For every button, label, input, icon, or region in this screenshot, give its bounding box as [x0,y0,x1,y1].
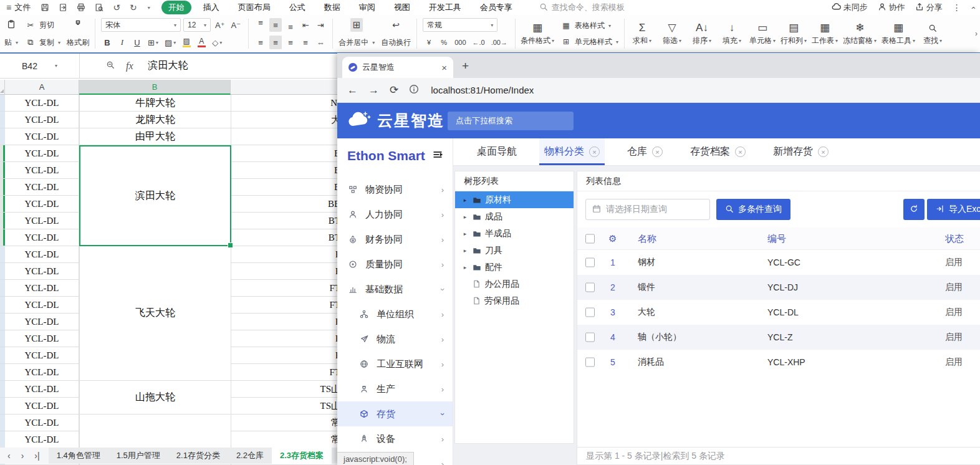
row-header[interactable] [0,280,5,296]
cell-c[interactable]: BB [231,196,340,212]
tab-close-icon[interactable]: × [735,146,746,157]
print-preview-icon[interactable] [95,3,103,12]
column-header-status[interactable]: 状态 [945,232,964,244]
menu-tab-页面布局[interactable]: 页面布局 [231,1,277,14]
tree-item-原材料[interactable]: ▸原材料 [455,191,574,208]
tab-存货档案[interactable]: 存货档案× [685,138,751,165]
cell-c[interactable]: 常 [231,431,340,448]
wrap-text-button[interactable]: ↩ 自动换行 [378,17,414,50]
number-tool-%[interactable]: % [438,36,450,49]
row-header[interactable] [0,398,5,414]
cell-style-button[interactable]: ⊞单元格样式▾ [560,35,618,49]
number-tool-¥[interactable]: ¥ [423,36,435,49]
name-box-dropdown-icon[interactable]: ▾ [55,63,57,69]
shading-button[interactable]: ▨▾ [163,36,178,49]
site-info-icon[interactable] [409,84,419,97]
cut-button[interactable]: ✂剪切 [24,17,60,33]
cell-a[interactable]: YCL-DL [5,162,79,178]
tab-close-icon[interactable]: × [652,146,663,157]
redo-icon[interactable]: ↻ [130,2,137,12]
row-checkbox[interactable] [585,358,595,367]
tree-item-刀具[interactable]: ▸刀具 [455,242,574,259]
menu-tab-开发工具[interactable]: 开发工具 [422,1,468,14]
number-tool-←.0[interactable]: ←.0 [471,36,487,49]
column-header-code[interactable]: 编号 [767,232,786,244]
paste-button[interactable]: 贴▾ [1,17,21,50]
cell-a[interactable]: YCL-DL [5,229,79,246]
cell-a[interactable]: YCL-DL [5,112,79,128]
cell-a[interactable]: YCL-DL [5,179,79,195]
cell-b-merged[interactable]: 山拖大轮 [79,381,231,415]
forward-icon[interactable]: → [368,84,379,97]
menu-tab-视图[interactable]: 视图 [387,1,417,14]
menu-tab-开始[interactable]: 开始 [161,1,191,14]
command-search[interactable]: 查找命令、搜索模板 [539,2,625,13]
row-header[interactable] [0,364,5,380]
行和列-button[interactable]: ▤行和列▾ [778,17,809,50]
new-tab-icon[interactable]: + [462,59,469,73]
row-header[interactable] [0,330,5,347]
align-right-icon[interactable]: ≡ [284,36,297,49]
cell-c[interactable]: F [231,330,340,347]
tab-close-icon[interactable]: × [818,146,829,157]
sidebar-item-设备[interactable]: 设备› [337,426,453,451]
cell-c[interactable]: TS山 [231,381,340,397]
reload-icon[interactable]: ⟳ [390,84,398,97]
table-row[interactable]: 5消耗品YCL-XHP启用 [577,350,980,375]
font-family-select[interactable]: 宋体▾ [101,18,181,32]
cell-a[interactable]: YCL-DL [5,263,79,279]
borders-button[interactable]: ⊞▾ [146,36,160,49]
table-row[interactable]: 3大轮YCL-DL启用 [577,300,980,325]
row-header[interactable] [0,179,5,195]
tree-item-办公用品[interactable]: 办公用品 [455,276,574,292]
column-header-b[interactable]: B [79,80,231,95]
number-format-select[interactable]: 常规▾ [423,18,497,32]
sidebar-item-人力协同[interactable]: 人力协同› [337,202,453,227]
筛选-button[interactable]: ▽筛选▾ [657,17,687,50]
italic-button[interactable]: I [116,36,128,49]
export-icon[interactable] [59,3,67,12]
gear-icon[interactable]: ⚙ [608,233,617,244]
menu-tab-审阅[interactable]: 审阅 [352,1,382,14]
表格工具-button[interactable]: ▦表格工具▾ [879,17,918,50]
row-header[interactable] [0,415,5,431]
underline-button[interactable]: U [131,36,143,49]
sheet-tab-1.4角色管理[interactable]: 1.4角色管理 [49,448,108,464]
increase-indent-icon[interactable]: ⇥ [314,18,327,32]
save-icon[interactable] [41,3,49,12]
fx-button[interactable]: fx [126,60,133,72]
menu-tab-公式[interactable]: 公式 [282,1,312,14]
row-header[interactable] [0,145,5,161]
tree-item-半成品[interactable]: ▸半成品 [455,225,574,242]
cell-a[interactable]: YCL-DL [5,398,79,414]
冻结窗格-button[interactable]: ❄冻结窗格▾ [840,17,879,50]
sidebar-item-财务协同[interactable]: 财务协同› [337,227,453,252]
menu-tab-插入[interactable]: 插入 [196,1,226,14]
cell-a[interactable]: YCL-DL [5,330,79,347]
table-row[interactable]: 4轴（小轮）YCL-Z启用 [577,325,980,350]
share-button[interactable]: 分享 [915,2,943,13]
cell-a[interactable]: YCL-DL [5,415,79,431]
cell-a[interactable]: YCL-DL [5,145,79,161]
cell-a[interactable]: YCL-DL [5,246,79,262]
row-checkbox[interactable] [585,283,595,292]
sheet-tab-1.5用户管理[interactable]: 1.5用户管理 [108,448,168,464]
row-header[interactable] [0,213,5,229]
row-header[interactable] [0,381,5,397]
cell-b-merged-selected[interactable]: 滨田大轮 [79,145,231,246]
column-header-a[interactable]: A [5,80,79,95]
cell-c[interactable]: FT [231,364,340,380]
row-header[interactable] [0,95,5,111]
row-header[interactable] [0,162,5,178]
cell-c[interactable]: B [231,145,340,161]
quick-access-dropdown-icon[interactable]: ▾ [148,5,150,11]
sidebar-item-单位组织[interactable]: 单位组织› [337,302,453,327]
file-menu[interactable]: ≡ 文件 [6,2,31,13]
cell-c[interactable]: B [231,179,340,195]
format-painter-button[interactable]: 格式刷 [64,17,92,50]
select-all-corner[interactable] [0,80,5,95]
cell-c[interactable]: NI [231,95,340,111]
formula-input[interactable]: 滨田大轮 [148,59,188,72]
tree-item-劳保用品[interactable]: 劳保用品 [455,292,574,309]
cell-c[interactable]: TS山 [231,398,340,414]
